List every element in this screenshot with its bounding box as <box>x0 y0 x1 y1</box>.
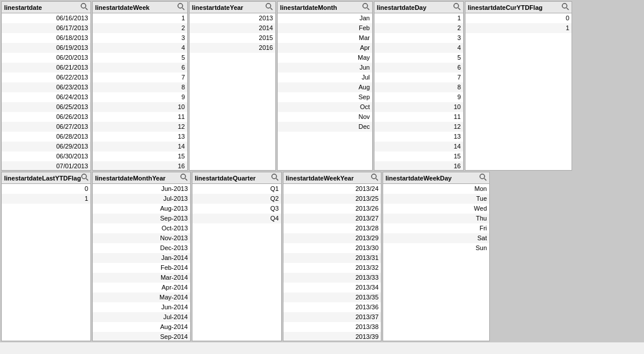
list-item[interactable]: 2013/32 <box>283 263 381 273</box>
panel-body-linestartdateWeekYear[interactable]: 2013/242013/252013/262013/272013/282013/… <box>283 184 381 341</box>
list-item[interactable]: 11 <box>374 112 463 122</box>
list-item[interactable]: Mar-2014 <box>93 273 190 283</box>
list-item[interactable]: 8 <box>93 82 187 92</box>
list-item[interactable]: 2 <box>93 23 187 33</box>
list-item[interactable]: 1 <box>2 194 90 204</box>
search-icon-linestartdateWeek[interactable] <box>177 3 185 12</box>
list-item[interactable]: Tue <box>383 194 489 204</box>
panel-body-linestartdateCurYTDFlag[interactable]: 01 <box>465 13 572 170</box>
list-item[interactable]: Jan-2014 <box>93 253 190 263</box>
list-item[interactable]: Nov-2013 <box>93 233 190 243</box>
list-item[interactable]: 2013/29 <box>283 233 381 243</box>
panel-body-linestartdateWeek[interactable]: 123456789101112131415161718 <box>93 13 187 170</box>
search-icon-linestartdateCurYTDFlag[interactable] <box>562 3 569 12</box>
list-item[interactable]: Fri <box>383 223 489 233</box>
search-icon-linestartdateYear[interactable] <box>265 3 273 12</box>
list-item[interactable]: 2013/27 <box>283 214 381 223</box>
list-item[interactable]: 2013/33 <box>283 273 381 283</box>
list-item[interactable]: 3 <box>93 33 187 43</box>
list-item[interactable]: 6 <box>374 63 463 73</box>
search-icon-linestartdateMonth[interactable] <box>362 3 370 12</box>
list-item[interactable]: 10 <box>374 102 463 112</box>
list-item[interactable]: 2013/37 <box>283 312 381 322</box>
list-item[interactable]: Sep-2014 <box>93 332 190 341</box>
list-item[interactable]: 06/19/2013 <box>2 43 90 53</box>
list-item[interactable]: 06/26/2013 <box>2 112 90 122</box>
list-item[interactable]: Wed <box>383 204 489 214</box>
search-icon-linestartdateQuarter[interactable] <box>271 174 279 182</box>
list-item[interactable]: 3 <box>374 33 463 43</box>
list-item[interactable]: 5 <box>93 53 187 63</box>
panel-body-linestartdateYear[interactable]: 2013201420152016 <box>190 13 275 170</box>
list-item[interactable]: 2013/34 <box>283 283 381 292</box>
list-item[interactable]: Oct <box>278 102 372 112</box>
list-item[interactable]: 2013/38 <box>283 322 381 332</box>
list-item[interactable]: Sun <box>383 243 489 253</box>
list-item[interactable]: 9 <box>93 92 187 102</box>
list-item[interactable]: Feb-2014 <box>93 263 190 273</box>
list-item[interactable]: 2013/30 <box>283 243 381 253</box>
list-item[interactable]: 2013/25 <box>283 194 381 204</box>
search-icon-linestartdate[interactable] <box>81 3 88 12</box>
list-item[interactable]: 13 <box>93 132 187 142</box>
list-item[interactable]: 2 <box>374 23 463 33</box>
list-item[interactable]: 6 <box>93 63 187 73</box>
list-item[interactable]: Sat <box>383 233 489 243</box>
list-item[interactable]: 06/25/2013 <box>2 102 90 112</box>
list-item[interactable]: 16 <box>93 161 187 170</box>
list-item[interactable]: 14 <box>93 142 187 151</box>
list-item[interactable]: Jul <box>278 73 372 82</box>
list-item[interactable]: Nov <box>278 112 372 122</box>
list-item[interactable]: 1 <box>374 13 463 23</box>
list-item[interactable]: 12 <box>93 122 187 132</box>
list-item[interactable]: Q2 <box>192 194 281 204</box>
list-item[interactable]: 06/20/2013 <box>2 53 90 63</box>
list-item[interactable]: 2015 <box>190 33 275 43</box>
panel-body-linestartdateDay[interactable]: 123456789101112131415161718 <box>374 13 463 170</box>
list-item[interactable]: 2016 <box>190 43 275 53</box>
list-item[interactable]: Thu <box>383 214 489 223</box>
list-item[interactable]: Sep <box>278 92 372 102</box>
list-item[interactable]: 4 <box>93 43 187 53</box>
list-item[interactable]: 0 <box>465 13 572 23</box>
list-item[interactable]: 14 <box>374 142 463 151</box>
search-icon-linestartdateWeekDay[interactable] <box>479 174 487 182</box>
list-item[interactable]: 11 <box>93 112 187 122</box>
list-item[interactable]: 4 <box>374 43 463 53</box>
list-item[interactable]: 06/24/2013 <box>2 92 90 102</box>
list-item[interactable]: Jun-2014 <box>93 302 190 312</box>
list-item[interactable]: 9 <box>374 92 463 102</box>
list-item[interactable]: 06/29/2013 <box>2 142 90 151</box>
list-item[interactable]: Aug-2013 <box>93 204 190 214</box>
list-item[interactable]: 06/23/2013 <box>2 82 90 92</box>
search-icon-linestartdateDay[interactable] <box>453 3 461 12</box>
list-item[interactable]: Dec <box>278 122 372 132</box>
list-item[interactable]: Apr-2014 <box>93 283 190 292</box>
panel-body-linestartdateWeekDay[interactable]: MonTueWedThuFriSatSun <box>383 184 489 341</box>
list-item[interactable]: 0 <box>2 184 90 194</box>
list-item[interactable]: Jun-2013 <box>93 184 190 194</box>
list-item[interactable]: Mar <box>278 33 372 43</box>
panel-body-linestartdateQuarter[interactable]: Q1Q2Q3Q4 <box>192 184 281 341</box>
list-item[interactable]: Oct-2013 <box>93 223 190 233</box>
search-icon-linestartdateWeekYear[interactable] <box>371 174 379 182</box>
list-item[interactable]: Mon <box>383 184 489 194</box>
panel-body-linestartdateMonthYear[interactable]: Jun-2013Jul-2013Aug-2013Sep-2013Oct-2013… <box>93 184 190 341</box>
list-item[interactable]: May-2014 <box>93 292 190 302</box>
list-item[interactable]: Aug-2014 <box>93 322 190 332</box>
search-icon-linestartdateMonthYear[interactable] <box>180 174 188 182</box>
list-item[interactable]: 8 <box>374 82 463 92</box>
list-item[interactable]: 06/30/2013 <box>2 151 90 161</box>
search-icon-linestartdateLastYTDFlag[interactable] <box>81 174 89 182</box>
list-item[interactable]: 2013/35 <box>283 292 381 302</box>
list-item[interactable]: May <box>278 53 372 63</box>
list-item[interactable]: Jul-2014 <box>93 312 190 322</box>
list-item[interactable]: 06/16/2013 <box>2 13 90 23</box>
list-item[interactable]: 2013/24 <box>283 184 381 194</box>
list-item[interactable]: 1 <box>93 13 187 23</box>
list-item[interactable]: 06/22/2013 <box>2 73 90 82</box>
list-item[interactable]: Jun <box>278 63 372 73</box>
list-item[interactable]: 06/27/2013 <box>2 122 90 132</box>
list-item[interactable]: 2014 <box>190 23 275 33</box>
list-item[interactable]: 2013/31 <box>283 253 381 263</box>
